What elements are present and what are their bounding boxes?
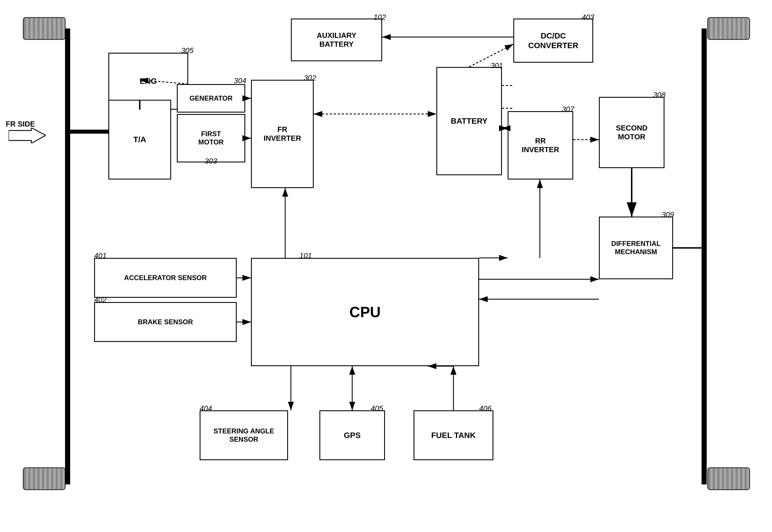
fr-inverter-ref: 302: [304, 74, 316, 82]
ta-box: T/A: [108, 100, 171, 180]
generator-ref: 304: [234, 76, 246, 85]
svg-marker-0: [9, 128, 46, 143]
battery-box: BATTERY: [436, 67, 502, 175]
generator-box: GENERATOR: [177, 84, 245, 113]
cpu-box: CPU: [251, 258, 479, 366]
tire-bottom-right: [707, 467, 750, 490]
fuel-tank-ref: 406: [479, 404, 491, 413]
tire-top-left: [23, 17, 66, 40]
fr-side-label: FR SIDE: [6, 120, 35, 129]
brake-sensor-ref: 402: [94, 295, 106, 304]
steering-ref: 404: [200, 404, 212, 413]
second-motor-box: SECONDMOTOR: [599, 97, 665, 168]
tire-bottom-left: [23, 467, 66, 490]
aux-battery-ref: 102: [374, 13, 386, 22]
right-shaft: [702, 28, 707, 484]
first-motor-ref: 303: [205, 157, 217, 166]
battery-ref: 301: [490, 61, 503, 70]
dc-dc-converter-box: DC/DCCONVERTER: [513, 19, 593, 63]
left-shaft: [65, 28, 70, 484]
rr-inverter-ref: 307: [562, 105, 574, 114]
first-motor-box: FIRSTMOTOR: [177, 114, 245, 162]
fr-inverter-box: FRINVERTER: [251, 80, 314, 188]
steering-angle-sensor-box: STEERING ANGLESENSOR: [200, 410, 288, 460]
brake-sensor-box: BRAKE SENSOR: [94, 302, 237, 342]
diagram: FR SIDE AUXILIARYBATTERY 102 DC/DCCONVER…: [0, 0, 772, 532]
second-motor-ref: 308: [653, 91, 665, 99]
differential-ref: 309: [662, 210, 674, 219]
tire-top-right: [707, 17, 750, 40]
auxiliary-battery-box: AUXILIARYBATTERY: [291, 19, 382, 61]
rr-inverter-box: RRINVERTER: [508, 111, 573, 180]
gps-ref: 405: [371, 404, 383, 413]
accelerator-sensor-box: ACCELERATOR SENSOR: [94, 258, 237, 298]
dc-dc-ref: 403: [582, 13, 594, 22]
differential-mechanism-box: DIFFERENTIALMECHANISM: [599, 217, 673, 279]
fuel-tank-box: FUEL TANK: [413, 410, 493, 460]
gps-box: GPS: [319, 410, 385, 460]
fr-side-arrow: [9, 128, 46, 143]
cpu-ref: 101: [300, 251, 312, 260]
eng-ref: 305: [181, 46, 194, 55]
acc-sensor-ref: 401: [94, 251, 106, 260]
